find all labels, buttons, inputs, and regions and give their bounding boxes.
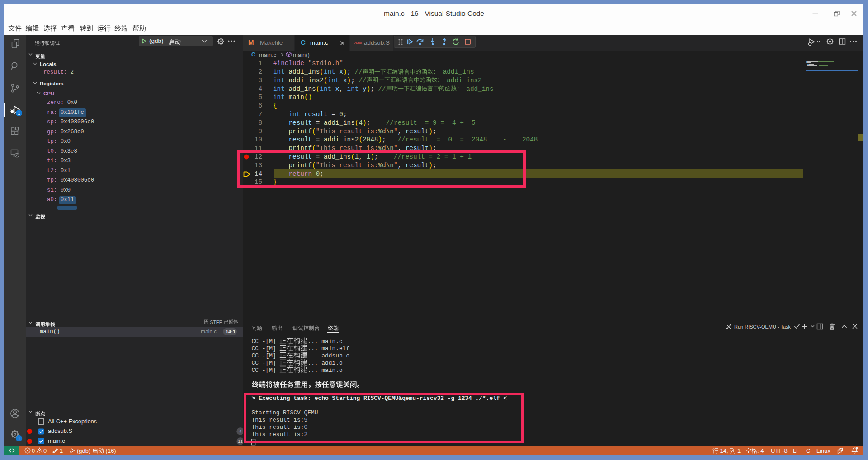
svg-text:1: 1 [18,111,20,116]
svg-text:1: 1 [18,436,20,441]
svg-text:4: 4 [239,429,241,434]
svg-text:12: 12 [238,439,243,444]
